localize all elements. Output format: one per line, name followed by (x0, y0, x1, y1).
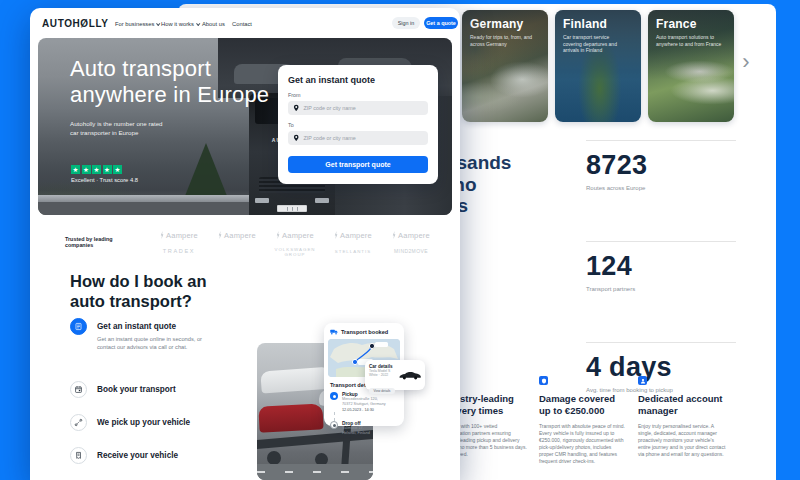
lightning-icon (276, 231, 280, 239)
calendar-icon (70, 381, 87, 398)
logo-stellantis: STELLANTIS (324, 246, 382, 258)
country-card-desc: Auto transport solutions to anywhere to … (656, 34, 722, 47)
headlight (315, 198, 329, 203)
logo-spacer (208, 246, 266, 258)
nav-how-it-works[interactable]: How it works (161, 21, 199, 27)
instant-quote-card: Get an instant quote From To Get transpo… (278, 65, 438, 184)
step-label: Receive your vehicle (97, 447, 178, 460)
trust-score-text: Excellent · Trust score 4.8 (71, 177, 138, 183)
booking-header: Transport booked (328, 327, 400, 339)
hero-copy: Auto transport anywhere in Europe Autoho… (70, 56, 269, 137)
country-card-desc: Ready for trips to, from, and across Ger… (470, 34, 536, 47)
to-field (288, 131, 428, 145)
lightning-icon (334, 231, 338, 239)
star-icon: ★ (113, 165, 122, 174)
route-connector (334, 412, 401, 421)
lightning-icon (218, 231, 222, 239)
partner-logos: Aampere Aampere Aampere Aampere Aampere … (150, 229, 442, 258)
trustpilot-stars: ★ ★ ★ ★ ★ (71, 165, 122, 174)
country-card-title: France (656, 17, 728, 31)
road (38, 202, 254, 215)
pickup-dot-icon (330, 392, 338, 400)
website-panel-left: AUTOHØLLY For businesses How it works Ab… (30, 8, 460, 480)
headlight (255, 198, 269, 203)
stat-label: Transport partners (586, 286, 736, 292)
how-to-title: How do I book an auto transport? (70, 272, 207, 311)
chevron-down-icon (196, 21, 200, 25)
to-input[interactable] (303, 135, 423, 141)
location-pin-icon (293, 104, 299, 112)
feature-desc: Transport with absolute peace of mind. E… (539, 423, 627, 465)
logo-volkswagen-group: VOLKSWAGEN GROUP (266, 246, 324, 258)
feature-damage-cover: Damage covered up to €250.000 Transport … (539, 376, 627, 465)
step-pickup-vehicle[interactable]: We pick up your vehicle (70, 414, 190, 431)
lightning-icon (160, 231, 164, 239)
star-icon: ★ (103, 165, 112, 174)
car-details-line: White · 2022 (369, 373, 395, 377)
country-card-title: Germany (470, 17, 542, 31)
site-header: AUTOHØLLY For businesses How it works Ab… (30, 8, 460, 38)
get-a-quote-button[interactable]: Get a quote (424, 17, 458, 29)
nav-contact[interactable]: Contact (232, 21, 252, 27)
autoholly-logo[interactable]: AUTOHØLLY (42, 18, 109, 29)
logo-tradex: TRADEX (150, 246, 208, 258)
sign-in-button[interactable]: Sign in (392, 17, 420, 29)
logo-aampere: Aampere (208, 229, 266, 241)
stat-routes: 8723 Routes across Europe (586, 140, 736, 191)
feature-title: Damage covered up to €250.000 (539, 393, 627, 416)
quote-calculator-icon (70, 318, 87, 335)
country-card-finland[interactable]: Finland Car transport service covering d… (555, 10, 641, 122)
license-plate (277, 205, 307, 212)
features-row: Industry-leading delivery times We work … (440, 376, 726, 465)
view-details-button[interactable]: View details (369, 388, 395, 394)
logos-caption: Trusted by leading companies (65, 236, 135, 248)
country-card-france[interactable]: France Auto transport solutions to anywh… (648, 10, 734, 122)
dropoff-address: Helsinki, Finland (342, 431, 370, 436)
receipt-icon (70, 447, 87, 464)
stat-label: Routes across Europe (586, 185, 736, 191)
star-icon: ★ (71, 165, 80, 174)
carousel-next-icon[interactable]: › (734, 48, 758, 76)
logo-aampere: Aampere (266, 229, 324, 241)
nav-about-us[interactable]: About us (202, 21, 225, 27)
booking-header-label: Transport booked (341, 329, 388, 335)
dropoff-pin-icon (330, 421, 338, 429)
step-instant-quote[interactable]: Get an instant quote Get an instant quot… (70, 318, 209, 352)
step-desc: Get an instant quote online in seconds, … (97, 336, 209, 352)
country-card-row: Germany Ready for trips to, from, and ac… (462, 10, 734, 122)
step-label: We pick up your vehicle (97, 414, 190, 427)
car-silhouette (398, 370, 422, 380)
feature-account-manager: Dedicated account manager Enjoy truly pe… (638, 376, 726, 465)
location-pin-icon (293, 134, 299, 142)
step-receive-vehicle[interactable]: Receive your vehicle (70, 447, 178, 464)
quote-card-title: Get an instant quote (288, 75, 428, 85)
hero-title: Auto transport anywhere in Europe (70, 56, 269, 108)
stat-partners: 124 Transport partners (586, 241, 736, 292)
from-input[interactable] (303, 105, 423, 111)
stat-value: 8723 (586, 150, 736, 181)
from-field (288, 101, 428, 115)
logo-aampere: Aampere (382, 229, 440, 241)
country-card-desc: Car transport service covering departure… (563, 34, 629, 54)
pickup-time: 12.05.2023 - 14:30 (342, 408, 386, 412)
get-transport-quote-button[interactable]: Get transport quote (288, 156, 428, 173)
feature-desc: Enjoy truly personalised service. A sing… (638, 423, 726, 458)
lightning-icon (392, 231, 396, 239)
truck-icon (330, 329, 338, 335)
shield-icon (539, 376, 548, 385)
logo-aampere: Aampere (150, 229, 208, 241)
guardrail (38, 195, 254, 202)
feature-title: Dedicated account manager (638, 393, 726, 416)
star-icon: ★ (82, 165, 91, 174)
desktop-canvas: Germany Ready for trips to, from, and ac… (0, 0, 800, 480)
pine-tree (183, 143, 229, 201)
step-label: Get an instant quote (97, 318, 209, 331)
person-icon (638, 376, 647, 385)
nav-for-businesses[interactable]: For businesses (115, 21, 159, 27)
pickup-address: 70372 Stuttgart, Germany (342, 402, 386, 407)
country-card-germany[interactable]: Germany Ready for trips to, from, and ac… (462, 10, 548, 122)
logo-aampere: Aampere (324, 229, 382, 241)
from-label: From (288, 92, 428, 98)
hero-subtitle: Autoholly is the number one rated car tr… (70, 120, 269, 137)
step-book-transport[interactable]: Book your transport (70, 381, 176, 398)
